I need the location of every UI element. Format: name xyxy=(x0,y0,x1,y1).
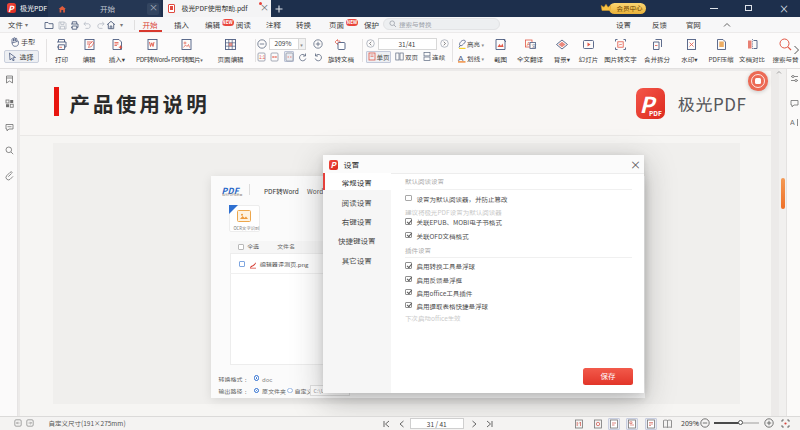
svg-text:A: A xyxy=(790,118,795,127)
svg-text:1:1: 1:1 xyxy=(259,54,266,60)
svg-text:A: A xyxy=(458,53,464,63)
svg-text:文: 文 xyxy=(531,42,536,49)
